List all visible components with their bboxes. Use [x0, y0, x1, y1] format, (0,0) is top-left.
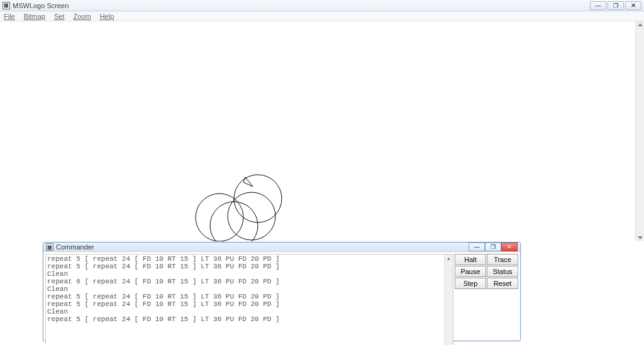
- main-titlebar: ▦ MSWLogo Screen ― ❐ ✕: [0, 0, 644, 11]
- menu-bitmap[interactable]: Bitmap: [24, 13, 45, 20]
- minimize-button[interactable]: ―: [590, 1, 606, 10]
- halt-button[interactable]: Halt: [455, 254, 486, 265]
- close-button[interactable]: ✕: [625, 1, 641, 10]
- commander-titlebar[interactable]: ▦ Commander ― ❐ ✕: [43, 243, 520, 252]
- pause-button[interactable]: Pause: [455, 266, 486, 277]
- app-icon: ▦: [3, 2, 10, 9]
- commander-minimize-button[interactable]: ―: [469, 243, 485, 251]
- status-button[interactable]: Status: [487, 266, 518, 277]
- step-button[interactable]: Step: [455, 278, 486, 289]
- drawing-canvas[interactable]: [0, 21, 644, 241]
- svg-point-2: [228, 192, 275, 240]
- commander-title: Commander: [56, 243, 469, 251]
- commander-window-controls: ― ❐ ✕: [469, 243, 518, 251]
- menu-zoom[interactable]: Zoom: [74, 13, 91, 20]
- trace-button[interactable]: Trace: [487, 254, 518, 265]
- menu-bar: File Bitmap Set Zoom Help: [0, 11, 644, 21]
- menu-file[interactable]: File: [4, 13, 15, 20]
- commander-close-button[interactable]: ✕: [501, 243, 518, 251]
- maximize-button[interactable]: ❐: [608, 1, 624, 10]
- scroll-up-icon[interactable]: ▲: [445, 255, 453, 263]
- menu-set[interactable]: Set: [54, 13, 65, 20]
- commander-maximize-button[interactable]: ❐: [485, 243, 501, 251]
- commander-window: ▦ Commander ― ❐ ✕ repeat 5 [ repeat 24 […: [43, 242, 521, 341]
- commander-body: repeat 5 [ repeat 24 [ FD 10 RT 15 ] LT …: [43, 252, 520, 345]
- history-vertical-scrollbar[interactable]: ▲ ▼: [444, 255, 453, 345]
- commander-icon: ▦: [46, 243, 53, 251]
- window-controls: ― ❐ ✕: [590, 1, 641, 10]
- reset-button[interactable]: Reset: [487, 278, 518, 289]
- canvas-vertical-scrollbar[interactable]: [635, 21, 644, 241]
- command-history[interactable]: repeat 5 [ repeat 24 [ FD 10 RT 15 ] LT …: [45, 254, 453, 345]
- window-title: MSWLogo Screen: [13, 2, 590, 9]
- svg-point-3: [234, 175, 282, 222]
- menu-help[interactable]: Help: [100, 13, 114, 20]
- svg-marker-4: [243, 177, 253, 187]
- commander-left-pane: repeat 5 [ repeat 24 [ FD 10 RT 15 ] LT …: [43, 252, 455, 345]
- commander-button-panel: Halt Trace Pause Status Step Reset Execu…: [455, 252, 520, 345]
